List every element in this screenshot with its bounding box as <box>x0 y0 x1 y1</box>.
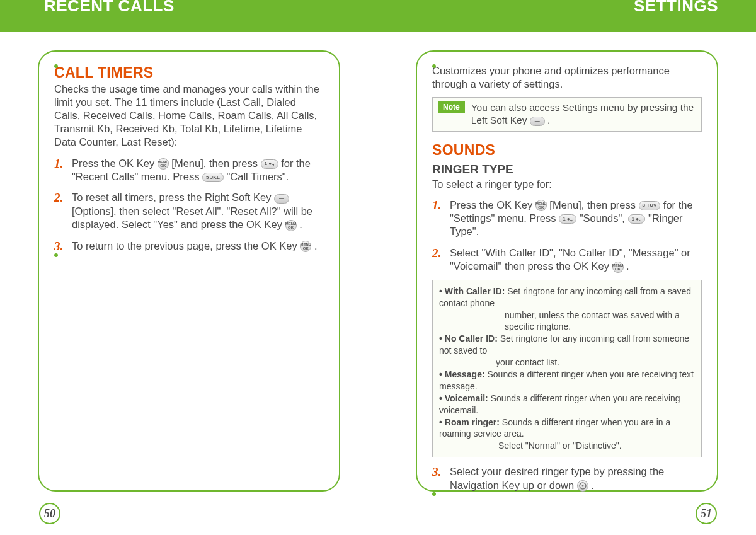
term: • Roam ringer: <box>439 417 502 427</box>
keypad-8-icon: 8 TUV <box>639 201 661 210</box>
note-text: You can also access Settings menu by pre… <box>471 101 696 127</box>
text: your contact list. <box>439 357 695 369</box>
page-spread: CALL TIMERS Checks the usage time and ma… <box>0 32 756 535</box>
text: number, unless the contact was saved wit… <box>439 309 695 333</box>
page-number: 50 <box>44 507 55 521</box>
step-number: 1. <box>432 198 444 239</box>
term: • Voicemail: <box>439 393 491 403</box>
term: • With Caller ID: <box>439 286 507 296</box>
note-box: Note You can also access Settings menu b… <box>432 97 702 131</box>
list-item: 2. Select "With Caller ID", "No Caller I… <box>432 246 702 273</box>
svg-point-1 <box>581 485 583 487</box>
right-soft-key-icon: — <box>274 194 289 204</box>
page-number-bubble: 50 <box>39 503 60 524</box>
page-number-bubble: 51 <box>696 503 717 524</box>
ok-key-icon: MENU OK <box>158 158 169 170</box>
text: Press the OK Key <box>72 158 158 169</box>
text: . <box>299 219 302 230</box>
def-row: • With Caller ID: Set ringtone for any i… <box>439 285 695 309</box>
ok-key-icon: MENU OK <box>612 262 624 273</box>
step-text: Press the OK Key MENU OK [Menu], then pr… <box>72 157 324 184</box>
list-item: 2. To reset all timers, press the Right … <box>54 191 324 231</box>
definitions-box: • With Caller ID: Set ringtone for any i… <box>432 280 702 457</box>
text: Press the OK Key <box>450 199 536 210</box>
def-row: • Message: Sounds a different ringer whe… <box>439 369 695 393</box>
call-timers-intro: Checks the usage time and manages your c… <box>54 83 324 149</box>
right-panel: Customizes your phone and optimizes perf… <box>416 50 718 492</box>
list-item: 3. To return to the previous page, press… <box>54 239 324 253</box>
text: [Options], then select "Reset All". "Res… <box>72 205 312 230</box>
step-number: 3. <box>54 239 66 253</box>
list-item: 3. Select your desired ringer type by pr… <box>432 465 702 492</box>
text: . <box>591 480 594 491</box>
text: To return to the previous page, press th… <box>72 240 300 251</box>
text: Select "With Caller ID", "No Caller ID",… <box>450 247 690 272</box>
ok-key-icon: MENU OK <box>536 200 547 211</box>
keypad-5-icon: 5 JKL <box>202 173 224 182</box>
def-row: • Roam ringer: Sounds a different ringer… <box>439 417 695 440</box>
sounds-heading: SOUNDS <box>432 142 702 159</box>
left-page: CALL TIMERS Checks the usage time and ma… <box>0 32 378 535</box>
right-page: Customizes your phone and optimizes perf… <box>378 32 756 535</box>
ok-key-icon: MENU OK <box>285 220 297 231</box>
text: "Call Timers". <box>226 171 289 182</box>
text: [Menu], then press <box>171 158 260 169</box>
list-item: 1. Press the OK Key MENU OK [Menu], then… <box>54 157 324 184</box>
step-number: 3. <box>432 465 444 492</box>
call-timers-heading: CALL TIMERS <box>54 64 324 81</box>
page-number-right: 51 <box>696 503 717 524</box>
list-item: 1. Press the OK Key MENU OK [Menu], then… <box>432 198 702 239</box>
def-row: • No Caller ID: Set ringtone for any inc… <box>439 333 695 357</box>
text: . <box>626 260 629 272</box>
term: • No Caller ID: <box>439 333 500 343</box>
ringer-type-heading: RINGER TYPE <box>432 163 702 176</box>
keypad-1-icon: 1 ●., <box>628 214 646 224</box>
step-number: 1. <box>54 157 66 184</box>
step-number: 2. <box>54 191 66 231</box>
step-number: 2. <box>432 246 444 273</box>
step-text: Select "With Caller ID", "No Caller ID",… <box>450 246 702 273</box>
keypad-1-icon: 1 ●., <box>261 159 278 169</box>
page-number: 51 <box>701 507 712 521</box>
header-right-title: SETTINGS <box>634 0 718 16</box>
ok-key-icon: MENU OK <box>300 241 311 252</box>
left-panel: CALL TIMERS Checks the usage time and ma… <box>38 50 340 492</box>
header-bar: RECENT CALLS SETTINGS <box>0 0 756 32</box>
step-text: Select your desired ringer type by press… <box>450 465 702 492</box>
text: Select "Normal" or "Distinctive". <box>439 440 695 452</box>
header-left-title: RECENT CALLS <box>44 0 175 16</box>
term: • Message: <box>439 369 488 379</box>
note-badge: Note <box>438 101 465 113</box>
step-text: To return to the previous page, press th… <box>72 239 317 253</box>
step-text: Press the OK Key MENU OK [Menu], then pr… <box>450 198 702 239</box>
text: . <box>314 240 318 251</box>
step-text: To reset all timers, press the Right Sof… <box>72 191 324 231</box>
text: To reset all timers, press the Right Sof… <box>72 192 274 203</box>
left-soft-key-icon: — <box>530 117 545 126</box>
text: "Sounds", <box>580 212 628 224</box>
def-row: • Voicemail: Sounds a different ringer w… <box>439 393 695 417</box>
text: Select your desired ringer type by press… <box>450 466 664 490</box>
text: . <box>547 115 550 125</box>
ringer-type-sub: To select a ringer type for: <box>432 178 702 191</box>
settings-intro: Customizes your phone and optimizes perf… <box>432 64 702 91</box>
page-number-left: 50 <box>39 503 60 524</box>
text: You can also access Settings menu by pre… <box>471 102 694 125</box>
navigation-key-icon <box>577 480 588 492</box>
keypad-1-icon: 1 ●., <box>559 214 576 224</box>
text: [Menu], then press <box>549 199 638 210</box>
